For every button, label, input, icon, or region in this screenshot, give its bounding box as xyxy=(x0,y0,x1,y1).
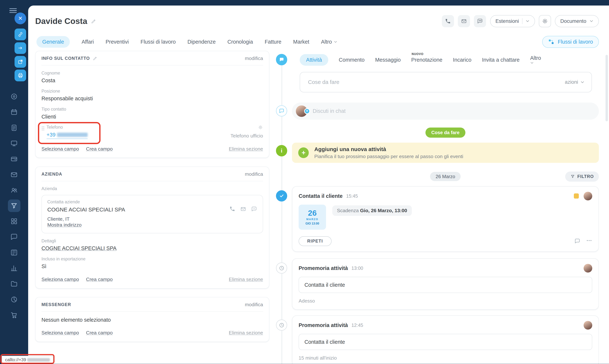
composer-tab-messaggio[interactable]: Messaggio xyxy=(375,57,401,63)
section-company: AZIENDA modifica Azienda Contatta aziend… xyxy=(35,167,269,288)
company-name-link[interactable]: COGNE ACCIAI SPECIALI SPA xyxy=(47,207,125,213)
composer-tab-invita[interactable]: Invita a chattare xyxy=(482,57,519,63)
composer-tab-incarico[interactable]: Incarico xyxy=(453,57,471,63)
cart-icon[interactable] xyxy=(9,310,19,320)
workflows-button[interactable]: Flussi di lavoro xyxy=(542,36,599,48)
drag-handle-icon[interactable] xyxy=(41,126,45,131)
kanban-icon[interactable] xyxy=(9,248,19,258)
tab-flussi-di-lavoro[interactable]: Flussi di lavoro xyxy=(140,39,176,45)
chat-input[interactable] xyxy=(312,108,595,115)
todo-input[interactable] xyxy=(307,78,565,86)
delete-section-link[interactable]: Elimina sezione xyxy=(229,146,263,152)
composer-tabs: Attività Commento Messaggio NUOVO Prenot… xyxy=(300,53,592,66)
extensions-button[interactable]: Estensioni xyxy=(490,15,535,27)
users-icon[interactable] xyxy=(9,185,19,195)
select-field-link[interactable]: Seleziona campo xyxy=(41,330,79,336)
deadline-pill: Scadenza Gio, 26 Marzo, 13:00 xyxy=(332,205,412,216)
chevron-down-icon xyxy=(334,40,337,44)
more-options-icon[interactable] xyxy=(586,237,592,245)
link-icon[interactable] xyxy=(14,28,26,40)
composer-tab-altro[interactable]: Altro xyxy=(530,55,541,65)
create-field-link[interactable]: Crea campo xyxy=(86,146,113,152)
delete-section-link[interactable]: Elimina sezione xyxy=(229,277,263,282)
mail-icon[interactable] xyxy=(9,170,19,180)
add-participant-icon[interactable]: + xyxy=(304,108,310,114)
tab-fatture[interactable]: Fatture xyxy=(265,39,281,45)
timeline-column: Attività Commento Messaggio NUOVO Prenot… xyxy=(271,51,599,364)
repeat-button[interactable]: RIPETI xyxy=(299,236,331,246)
tab-affari[interactable]: Affari xyxy=(81,39,94,45)
create-field-link[interactable]: Crea campo xyxy=(86,330,113,336)
close-button[interactable]: ✕ xyxy=(14,13,26,24)
tab-altro[interactable]: Altro xyxy=(321,39,337,45)
comment-icon[interactable] xyxy=(574,238,581,244)
edit-link[interactable]: modifica xyxy=(245,56,263,61)
mail-icon[interactable] xyxy=(458,15,470,27)
composer-tab-commento[interactable]: Commento xyxy=(339,57,365,63)
timeline-entry-activity: Contatta il cliente 15:45 26 MARZO GIO 1… xyxy=(271,186,599,252)
section-header: AZIENDA modifica xyxy=(41,171,263,181)
select-field-link[interactable]: Seleziona campo xyxy=(41,146,79,152)
target-icon[interactable] xyxy=(9,91,19,101)
timeline-entry-reminder: Promemoria attività 13:00 Contatta il cl… xyxy=(271,258,599,310)
filter-button[interactable]: FILTRO xyxy=(565,171,599,182)
menu-icon[interactable] xyxy=(9,7,17,14)
document-icon[interactable] xyxy=(9,123,19,133)
calendar-icon[interactable] xyxy=(9,107,19,117)
select-field-link[interactable]: Seleziona campo xyxy=(41,277,79,282)
document-button[interactable]: Documento xyxy=(555,15,599,27)
company-details-link[interactable]: COGNE ACCIAI SPECIALI SPA xyxy=(41,245,117,251)
reminder-body: Contatta il cliente xyxy=(299,334,592,350)
create-field-link[interactable]: Crea campo xyxy=(86,277,113,282)
tab-preventivi[interactable]: Preventivi xyxy=(106,39,129,45)
edit-section-icon[interactable] xyxy=(93,56,98,61)
edit-link[interactable]: modifica xyxy=(245,171,263,177)
sidebar-nav xyxy=(0,91,28,320)
show-address-link[interactable]: Mostra indirizzo xyxy=(47,222,81,228)
filter-icon[interactable] xyxy=(8,199,20,212)
edit-link[interactable]: modifica xyxy=(245,302,263,308)
tab-generale[interactable]: Generale xyxy=(37,36,70,48)
chat-row: + xyxy=(271,103,599,120)
pie-chart-icon[interactable] xyxy=(9,295,19,304)
edit-title-icon[interactable] xyxy=(91,18,97,24)
chart-icon[interactable] xyxy=(9,263,19,273)
status-link-text: callto://+39 xyxy=(5,357,26,362)
redacted-phone-number xyxy=(57,133,88,137)
phone-icon[interactable] xyxy=(229,206,235,213)
avatar[interactable]: + xyxy=(296,105,307,117)
printer-icon[interactable] xyxy=(14,70,26,81)
wallet-icon[interactable] xyxy=(9,154,19,164)
add-activity-plus-icon[interactable]: + xyxy=(298,147,309,158)
settings-gear-icon[interactable] xyxy=(539,15,551,27)
scrollbar[interactable] xyxy=(606,55,608,121)
messenger-icon[interactable] xyxy=(474,15,486,27)
folder-icon[interactable] xyxy=(9,279,19,289)
phone-icon[interactable] xyxy=(442,15,454,27)
tab-cronologia[interactable]: Cronologia xyxy=(227,39,253,45)
entry-title: Promemoria attività xyxy=(299,265,348,271)
tab-dipendenze[interactable]: Dipendenze xyxy=(187,39,216,45)
todo-input-box: azioni xyxy=(300,72,592,92)
display-icon[interactable] xyxy=(9,139,19,148)
chat-icon[interactable] xyxy=(9,232,19,242)
delete-section-link[interactable]: Elimina sezione xyxy=(229,330,263,336)
external-link-icon[interactable] xyxy=(14,56,26,68)
chat-icon[interactable] xyxy=(251,206,257,213)
entry-title: Promemoria attività xyxy=(299,322,348,328)
mail-icon[interactable] xyxy=(240,206,246,213)
grid-icon[interactable] xyxy=(9,216,19,226)
composer-tab-prenotazione[interactable]: NUOVO Prenotazione xyxy=(411,57,442,63)
entry-time: 15:45 xyxy=(346,194,358,199)
phone-number-link[interactable]: +39 xyxy=(47,132,88,139)
arrow-right-icon[interactable] xyxy=(14,42,26,54)
field-esportazione: Incluso in esportazione Sì xyxy=(41,257,263,270)
todo-status-pill[interactable]: Cose da fare xyxy=(425,128,465,138)
clock-icon xyxy=(276,319,287,331)
tab-market[interactable]: Market xyxy=(293,39,309,45)
field-settings-gear-icon[interactable] xyxy=(258,125,263,130)
date-divider: 26 Marzo xyxy=(430,172,461,181)
actions-dropdown[interactable]: azioni xyxy=(565,79,584,85)
composer-tab-attivita[interactable]: Attività xyxy=(300,54,328,66)
workflow-icon xyxy=(548,39,554,45)
